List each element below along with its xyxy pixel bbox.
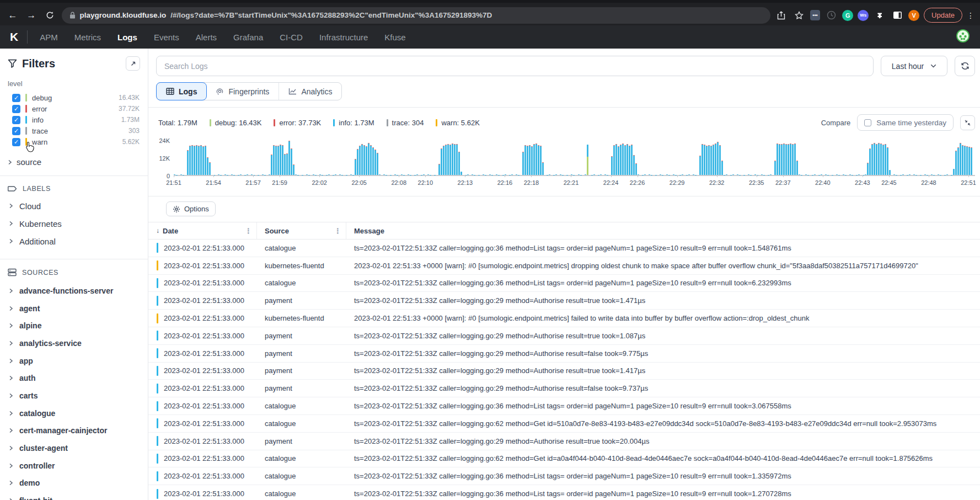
tab-fingerprints[interactable]: Fingerprints [206, 83, 279, 100]
stats-bar: Total: 1.79M debug: 16.43Kerror: 37.73Ki… [148, 107, 980, 131]
time-range-dropdown[interactable]: Last hour [881, 56, 947, 76]
source-item-fluent-bit[interactable]: fluent-bit [0, 492, 148, 500]
level-filter-warn[interactable]: ✓warn5.62K [0, 136, 148, 147]
history-clock-icon[interactable] [824, 9, 838, 22]
table-row[interactable]: 2023-02-01 22:51:33.000paymentts=2023-02… [148, 292, 980, 310]
sidebar-expand-button[interactable] [126, 56, 140, 71]
browser-update-button[interactable]: Update [924, 8, 962, 23]
histogram-bar [540, 146, 542, 175]
source-facet-toggle[interactable]: source [0, 157, 148, 167]
cell-source: catalogue [257, 419, 346, 428]
table-row[interactable]: 2023-02-01 22:51:33.000cataloguets=2023-… [148, 467, 980, 485]
table-row[interactable]: 2023-02-01 22:51:33.000paymentts=2023-02… [148, 380, 980, 397]
cell-message: ts=2023-02-01T22:51:33Z caller=logging.g… [346, 384, 980, 392]
cell-date: 2023-02-01 22:51:33.000 [148, 313, 257, 323]
grammarly-extension-icon[interactable]: G [842, 10, 853, 21]
source-column-menu[interactable]: ⋮ [334, 227, 341, 235]
nav-item-alerts[interactable]: Alerts [196, 33, 217, 42]
refresh-button[interactable] [955, 56, 975, 76]
table-row[interactable]: 2023-02-01 22:51:33.000kubernetes-fluent… [148, 310, 980, 327]
level-filter-debug[interactable]: ✓debug16.43K [0, 92, 148, 103]
browser-back-button[interactable]: ← [6, 8, 20, 23]
source-item-auth[interactable]: auth [0, 369, 148, 387]
extension-dots-icon[interactable]: ••• [810, 10, 821, 20]
histogram-bar [363, 145, 365, 175]
histogram-bar [770, 174, 772, 175]
checkbox-checked-icon[interactable]: ✓ [12, 127, 20, 135]
nav-item-grafana[interactable]: Grafana [233, 33, 263, 42]
side-panel-icon[interactable] [891, 9, 904, 22]
nav-item-kfuse[interactable]: Kfuse [384, 33, 405, 42]
source-item-analytics-service[interactable]: analytics-service [0, 334, 148, 352]
profile-avatar[interactable]: V [908, 10, 919, 21]
nav-item-apm[interactable]: APM [40, 33, 58, 42]
source-item-advance-functions-server[interactable]: advance-functions-server [0, 282, 148, 300]
bookmark-star-button[interactable] [792, 9, 806, 22]
table-row[interactable]: 2023-02-01 22:51:33.000cataloguets=2023-… [148, 450, 980, 468]
table-row[interactable]: 2023-02-01 22:51:33.000paymentts=2023-02… [148, 363, 980, 380]
level-filter-info[interactable]: ✓info1.73M [0, 114, 148, 125]
histogram-bar [649, 174, 650, 175]
checkbox-checked-icon[interactable]: ✓ [12, 138, 20, 146]
kloudfuse-logo[interactable]: K [10, 30, 18, 44]
histogram-bar [825, 174, 827, 175]
tab-analytics[interactable]: Analytics [279, 83, 341, 100]
nav-item-infrastructure[interactable]: Infrastructure [319, 33, 368, 42]
table-row[interactable]: 2023-02-01 22:51:33.000cataloguets=2023-… [148, 240, 980, 257]
label-group-additional[interactable]: Additional [0, 232, 148, 250]
x-axis-tick [638, 175, 638, 177]
date-column-menu[interactable]: ⋮ [245, 227, 252, 235]
table-row[interactable]: 2023-02-01 22:51:33.000paymentts=2023-02… [148, 433, 980, 450]
source-item-cluster-agent[interactable]: cluster-agent [0, 439, 148, 457]
source-item-catalogue[interactable]: catalogue [0, 405, 148, 422]
histogram-bar [271, 155, 272, 175]
checkbox-checked-icon[interactable]: ✓ [12, 94, 20, 102]
nav-item-events[interactable]: Events [154, 33, 179, 42]
table-row[interactable]: 2023-02-01 22:51:33.000cataloguets=2023-… [148, 397, 980, 415]
source-item-agent[interactable]: agent [0, 300, 148, 317]
row-date-text: 2023-02-01 22:51:33.000 [164, 314, 244, 322]
log-histogram[interactable]: 24K12K021:5121:5421:5721:5922:0222:0522:… [174, 140, 975, 188]
source-item-cert-manager-cainjector[interactable]: cert-manager-cainjector [0, 422, 148, 440]
avatar-letter: V [912, 12, 915, 19]
workspace-status-icon[interactable] [956, 29, 970, 45]
column-header-date[interactable]: ↓ Date ⋮ [148, 222, 257, 239]
search-input[interactable] [156, 56, 874, 76]
level-filter-error[interactable]: ✓error37.72K [0, 103, 148, 114]
histogram-bar [180, 174, 182, 175]
source-item-app[interactable]: app [0, 352, 148, 370]
source-item-alpine[interactable]: alpine [0, 317, 148, 334]
table-row[interactable]: 2023-02-01 22:51:33.000cataloguets=2023-… [148, 485, 980, 500]
level-filter-trace[interactable]: ✓trace303 [0, 125, 148, 136]
table-row[interactable]: 2023-02-01 22:51:33.000paymentts=2023-02… [148, 327, 980, 345]
label-group-cloud[interactable]: Cloud [0, 197, 148, 215]
column-header-source[interactable]: Source ⋮ [257, 222, 346, 239]
column-header-message[interactable]: Message [346, 222, 980, 239]
nav-item-ci-cd[interactable]: CI-CD [280, 33, 303, 42]
nav-item-logs[interactable]: Logs [117, 33, 137, 42]
source-item-demo[interactable]: demo [0, 475, 148, 492]
browser-menu-button[interactable]: ⋮ [967, 11, 974, 20]
table-row[interactable]: 2023-02-01 22:51:33.000cataloguets=2023-… [148, 415, 980, 433]
browser-forward-button[interactable]: → [24, 8, 39, 23]
source-item-controller[interactable]: controller [0, 457, 148, 475]
tab-logs[interactable]: Logs [156, 82, 207, 100]
table-row[interactable]: 2023-02-01 22:51:33.000cataloguets=2023-… [148, 275, 980, 292]
compare-yesterday-toggle[interactable]: Same time yesterday [857, 114, 954, 131]
chart-collapse-button[interactable] [960, 115, 975, 130]
table-row[interactable]: 2023-02-01 22:51:33.000paymentts=2023-02… [148, 345, 980, 363]
label-group-kubernetes[interactable]: Kubernetes [0, 215, 148, 232]
histogram-bar [189, 146, 191, 175]
url-bar[interactable]: playground.kloudfuse.io/#/logs?date=%7B"… [62, 7, 770, 24]
table-row[interactable]: 2023-02-01 22:51:33.000kubernetes-fluent… [148, 257, 980, 275]
extensions-puzzle-icon[interactable] [873, 9, 886, 22]
nav-item-metrics[interactable]: Metrics [74, 33, 101, 42]
share-button[interactable] [775, 9, 788, 22]
ws-extension-icon[interactable]: Ws [858, 10, 869, 21]
source-item-carts[interactable]: carts [0, 387, 148, 405]
checkbox-checked-icon[interactable]: ✓ [12, 105, 20, 113]
checkbox-checked-icon[interactable]: ✓ [12, 116, 20, 124]
options-button[interactable]: Options [166, 201, 216, 216]
browser-reload-button[interactable] [43, 8, 57, 23]
compare-checkbox[interactable] [864, 119, 871, 126]
